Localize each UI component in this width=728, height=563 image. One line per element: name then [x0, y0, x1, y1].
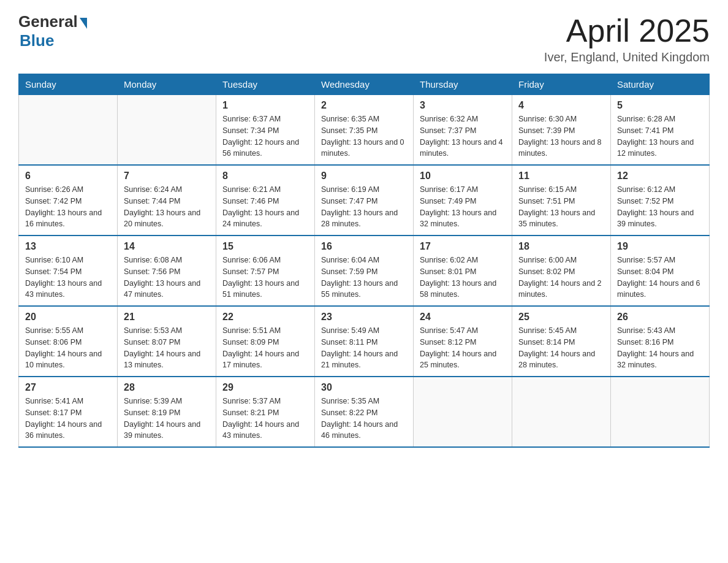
day-number: 23 [321, 312, 407, 323]
calendar-cell: 17 Sunrise: 6:02 AMSunset: 8:01 PMDaylig… [414, 236, 512, 306]
day-info: Sunrise: 6:24 AMSunset: 7:44 PMDaylight:… [124, 185, 200, 228]
day-number: 3 [420, 100, 506, 111]
column-header-saturday: Saturday [611, 74, 710, 95]
day-number: 29 [222, 382, 308, 393]
day-info: Sunrise: 6:10 AMSunset: 7:54 PMDaylight:… [25, 256, 102, 299]
day-info: Sunrise: 5:35 AMSunset: 8:22 PMDaylight:… [321, 397, 398, 440]
day-info: Sunrise: 5:47 AMSunset: 8:12 PMDaylight:… [420, 326, 496, 369]
day-number: 25 [518, 312, 604, 323]
calendar-cell: 30 Sunrise: 5:35 AMSunset: 8:22 PMDaylig… [315, 377, 414, 447]
day-number: 8 [222, 170, 308, 182]
day-number: 26 [617, 312, 703, 323]
day-number: 15 [222, 241, 308, 252]
calendar-cell: 29 Sunrise: 5:37 AMSunset: 8:21 PMDaylig… [216, 377, 315, 447]
calendar-cell: 15 Sunrise: 6:06 AMSunset: 7:57 PMDaylig… [216, 236, 315, 306]
column-header-wednesday: Wednesday [315, 74, 414, 95]
logo: General Blue [18, 12, 87, 50]
calendar-cell: 5 Sunrise: 6:28 AMSunset: 7:41 PMDayligh… [611, 95, 710, 166]
location-text: Iver, England, United Kingdom [544, 50, 710, 64]
calendar-table: SundayMondayTuesdayWednesdayThursdayFrid… [18, 74, 710, 448]
day-number: 24 [420, 312, 506, 323]
week-row-4: 20 Sunrise: 5:55 AMSunset: 8:06 PMDaylig… [19, 306, 710, 377]
logo-arrow-icon [80, 18, 87, 29]
day-number: 19 [617, 241, 703, 252]
day-number: 20 [25, 312, 111, 323]
day-info: Sunrise: 6:32 AMSunset: 7:37 PMDaylight:… [420, 115, 503, 158]
calendar-cell: 6 Sunrise: 6:26 AMSunset: 7:42 PMDayligh… [19, 165, 118, 236]
day-number: 1 [222, 100, 308, 111]
calendar-cell: 24 Sunrise: 5:47 AMSunset: 8:12 PMDaylig… [414, 306, 512, 377]
calendar-cell: 16 Sunrise: 6:04 AMSunset: 7:59 PMDaylig… [315, 236, 414, 306]
calendar-cell: 11 Sunrise: 6:15 AMSunset: 7:51 PMDaylig… [512, 165, 611, 236]
calendar-cell: 23 Sunrise: 5:49 AMSunset: 8:11 PMDaylig… [315, 306, 414, 377]
day-info: Sunrise: 5:39 AMSunset: 8:19 PMDaylight:… [124, 397, 200, 440]
day-info: Sunrise: 6:35 AMSunset: 7:35 PMDaylight:… [321, 115, 404, 158]
calendar-cell: 22 Sunrise: 5:51 AMSunset: 8:09 PMDaylig… [216, 306, 315, 377]
column-header-thursday: Thursday [414, 74, 512, 95]
day-number: 18 [518, 241, 604, 252]
day-number: 22 [222, 312, 308, 323]
calendar-cell: 4 Sunrise: 6:30 AMSunset: 7:39 PMDayligh… [512, 95, 611, 166]
day-number: 11 [518, 170, 604, 182]
day-info: Sunrise: 5:57 AMSunset: 8:04 PMDaylight:… [617, 256, 700, 299]
calendar-cell: 20 Sunrise: 5:55 AMSunset: 8:06 PMDaylig… [19, 306, 118, 377]
day-info: Sunrise: 6:30 AMSunset: 7:39 PMDaylight:… [518, 115, 602, 158]
day-number: 9 [321, 170, 407, 182]
calendar-cell [414, 377, 512, 447]
calendar-cell [118, 95, 216, 166]
day-info: Sunrise: 5:55 AMSunset: 8:06 PMDaylight:… [25, 326, 102, 369]
calendar-cell: 12 Sunrise: 6:12 AMSunset: 7:52 PMDaylig… [611, 165, 710, 236]
day-info: Sunrise: 6:00 AMSunset: 8:02 PMDaylight:… [518, 256, 602, 299]
day-info: Sunrise: 5:41 AMSunset: 8:17 PMDaylight:… [25, 397, 102, 440]
calendar-cell: 18 Sunrise: 6:00 AMSunset: 8:02 PMDaylig… [512, 236, 611, 306]
calendar-cell: 13 Sunrise: 6:10 AMSunset: 7:54 PMDaylig… [19, 236, 118, 306]
calendar-cell: 26 Sunrise: 5:43 AMSunset: 8:16 PMDaylig… [611, 306, 710, 377]
calendar-cell: 25 Sunrise: 5:45 AMSunset: 8:14 PMDaylig… [512, 306, 611, 377]
day-number: 5 [617, 100, 703, 111]
day-info: Sunrise: 6:08 AMSunset: 7:56 PMDaylight:… [124, 256, 200, 299]
day-number: 4 [518, 100, 604, 111]
day-info: Sunrise: 6:26 AMSunset: 7:42 PMDaylight:… [25, 185, 102, 228]
day-info: Sunrise: 6:06 AMSunset: 7:57 PMDaylight:… [222, 256, 299, 299]
week-row-5: 27 Sunrise: 5:41 AMSunset: 8:17 PMDaylig… [19, 377, 710, 447]
day-number: 17 [420, 241, 506, 252]
calendar-cell: 21 Sunrise: 5:53 AMSunset: 8:07 PMDaylig… [118, 306, 216, 377]
week-row-2: 6 Sunrise: 6:26 AMSunset: 7:42 PMDayligh… [19, 165, 710, 236]
day-number: 13 [25, 241, 111, 252]
calendar-cell: 28 Sunrise: 5:39 AMSunset: 8:19 PMDaylig… [118, 377, 216, 447]
day-info: Sunrise: 5:43 AMSunset: 8:16 PMDaylight:… [617, 326, 694, 369]
day-info: Sunrise: 6:19 AMSunset: 7:47 PMDaylight:… [321, 185, 398, 228]
column-header-friday: Friday [512, 74, 611, 95]
calendar-cell [19, 95, 118, 166]
day-info: Sunrise: 6:21 AMSunset: 7:46 PMDaylight:… [222, 185, 299, 228]
day-number: 28 [124, 382, 210, 393]
week-row-1: 1 Sunrise: 6:37 AMSunset: 7:34 PMDayligh… [19, 95, 710, 166]
day-info: Sunrise: 6:02 AMSunset: 8:01 PMDaylight:… [420, 256, 496, 299]
day-number: 2 [321, 100, 407, 111]
day-info: Sunrise: 5:53 AMSunset: 8:07 PMDaylight:… [124, 326, 200, 369]
day-number: 6 [25, 170, 111, 182]
day-info: Sunrise: 6:15 AMSunset: 7:51 PMDaylight:… [518, 185, 595, 228]
column-header-monday: Monday [118, 74, 216, 95]
header-row: SundayMondayTuesdayWednesdayThursdayFrid… [19, 74, 710, 95]
page-header: General Blue April 2025 Iver, England, U… [18, 12, 710, 64]
day-info: Sunrise: 5:37 AMSunset: 8:21 PMDaylight:… [222, 397, 299, 440]
column-header-sunday: Sunday [19, 74, 118, 95]
day-info: Sunrise: 5:45 AMSunset: 8:14 PMDaylight:… [518, 326, 595, 369]
day-number: 27 [25, 382, 111, 393]
calendar-cell: 10 Sunrise: 6:17 AMSunset: 7:49 PMDaylig… [414, 165, 512, 236]
logo-general-text: General [18, 12, 78, 31]
calendar-cell: 8 Sunrise: 6:21 AMSunset: 7:46 PMDayligh… [216, 165, 315, 236]
day-info: Sunrise: 6:12 AMSunset: 7:52 PMDaylight:… [617, 185, 694, 228]
day-info: Sunrise: 6:37 AMSunset: 7:34 PMDaylight:… [222, 115, 299, 158]
day-info: Sunrise: 6:28 AMSunset: 7:41 PMDaylight:… [617, 115, 694, 158]
calendar-cell: 19 Sunrise: 5:57 AMSunset: 8:04 PMDaylig… [611, 236, 710, 306]
calendar-cell: 9 Sunrise: 6:19 AMSunset: 7:47 PMDayligh… [315, 165, 414, 236]
calendar-cell: 2 Sunrise: 6:35 AMSunset: 7:35 PMDayligh… [315, 95, 414, 166]
calendar-cell [611, 377, 710, 447]
title-section: April 2025 Iver, England, United Kingdom [544, 12, 710, 64]
week-row-3: 13 Sunrise: 6:10 AMSunset: 7:54 PMDaylig… [19, 236, 710, 306]
day-number: 14 [124, 241, 210, 252]
calendar-cell: 14 Sunrise: 6:08 AMSunset: 7:56 PMDaylig… [118, 236, 216, 306]
day-number: 30 [321, 382, 407, 393]
